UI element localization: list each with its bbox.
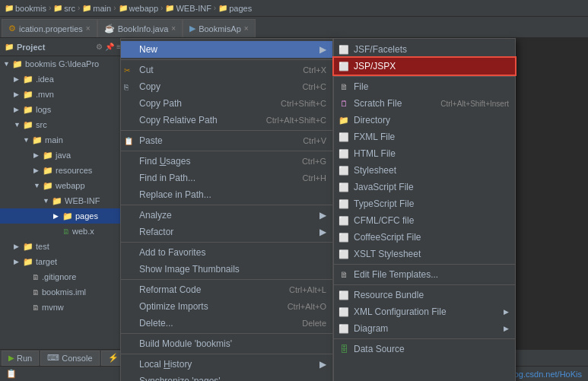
submenu-item-javascript[interactable]: ⬜ JavaScript File xyxy=(334,179,515,195)
gear-icon[interactable]: ⚙ xyxy=(96,43,103,51)
breadcrumb-main[interactable]: 📁 main xyxy=(82,4,111,13)
menu-item-find-in-path[interactable]: Find in Path... Ctrl+H xyxy=(121,170,332,186)
submenu-item-file[interactable]: 🗎 File xyxy=(334,78,515,95)
sidebar: 📁 Project ⚙ 📌 ≡ × ▼ 📁 bookmis G:\IdeaPro… xyxy=(0,38,133,349)
menu-item-optimize-imports[interactable]: Optimize Imports Ctrl+Alt+O xyxy=(121,298,332,315)
breadcrumb-pages[interactable]: 📁 pages xyxy=(218,4,252,13)
menu-item-copy[interactable]: ⎘ Copy Ctrl+C xyxy=(121,78,332,95)
tree-item-logs[interactable]: ▶ 📁 logs xyxy=(0,102,132,117)
menu-item-copy-relative-path[interactable]: Copy Relative Path Ctrl+Alt+Shift+C xyxy=(121,112,332,129)
submenu-item-jsf[interactable]: ⬜ JSF/Facelets xyxy=(334,41,515,58)
tree-item-resources[interactable]: ▶ 📁 resources xyxy=(0,163,132,178)
menu-item-build-module[interactable]: Build Module 'bookmis' xyxy=(121,335,332,352)
bottom-tab-console[interactable]: ⌨ Console xyxy=(40,351,99,366)
tree-item-bookmis[interactable]: ▼ 📁 bookmis G:\IdeaPro xyxy=(0,56,132,71)
submenu-item-typescript[interactable]: ⬜ TypeScript File xyxy=(334,195,515,212)
tree-item-target[interactable]: ▶ 📁 target xyxy=(0,254,132,269)
submenu-item-stylesheet[interactable]: ⬜ Stylesheet xyxy=(334,162,515,179)
menu-item-local-history[interactable]: Local History ▶ xyxy=(121,356,332,373)
submenu-item-jsp[interactable]: ⬜ JSP/JSPX xyxy=(334,58,515,75)
close-icon[interactable]: × xyxy=(86,24,91,33)
context-menu-overlay: New ▶ ✂ Cut Ctrl+X ⎘ Copy Ctrl+C Copy Pa… xyxy=(120,38,516,381)
breadcrumb-src[interactable]: 📁 src xyxy=(53,4,75,13)
xslt-icon: ⬜ xyxy=(337,247,351,261)
menu-item-analyze[interactable]: Analyze ▶ xyxy=(121,207,332,224)
folder-icon: 📁 xyxy=(23,242,33,252)
tree-item-webapp[interactable]: ▼ 📁 webapp xyxy=(0,178,132,193)
folder-icon: 📁 xyxy=(32,135,43,145)
menu-item-reformat[interactable]: Reformat Code Ctrl+Alt+L xyxy=(121,281,332,298)
tree-item-mvn[interactable]: ▶ 📁 .mvn xyxy=(0,87,132,102)
sidebar-header: 📁 Project ⚙ 📌 ≡ × xyxy=(0,38,132,56)
js-icon: ⬜ xyxy=(337,180,351,194)
folder-icon: 📁 xyxy=(62,211,73,221)
folder-icon: 📁 xyxy=(218,4,227,12)
menu-item-copy-path[interactable]: Copy Path Ctrl+Shift+C xyxy=(121,95,332,112)
menu-item-refactor[interactable]: Refactor ▶ xyxy=(121,224,332,240)
submenu-separator xyxy=(334,264,515,265)
tree-item-iml[interactable]: 🗎 bookmis.iml xyxy=(0,284,132,300)
submenu-separator xyxy=(334,284,515,285)
tree-item-test[interactable]: ▶ 📁 test xyxy=(0,239,132,254)
file-icon: 🗎 xyxy=(32,303,40,312)
menu-item-find-usages[interactable]: Find Usages Ctrl+G xyxy=(121,153,332,170)
submenu-item-coffeescript[interactable]: ⬜ CoffeeScript File xyxy=(334,229,515,246)
context-menu: New ▶ ✂ Cut Ctrl+X ⎘ Copy Ctrl+C Copy Pa… xyxy=(120,38,333,381)
menu-item-replace-in-path[interactable]: Replace in Path... xyxy=(121,186,332,203)
tree-item-java[interactable]: ▶ 📁 java xyxy=(0,148,132,163)
submenu-item-xslt[interactable]: ⬜ XSLT Stylesheet xyxy=(334,246,515,262)
file-icon: 🗎 xyxy=(32,273,40,281)
submenu-item-fxml[interactable]: ⬜ FXML File xyxy=(334,129,515,145)
tree-item-src[interactable]: ▼ 📁 src xyxy=(0,117,132,132)
folder-blue-icon: 📁 xyxy=(43,181,53,191)
tab-bookinfo[interactable]: ☕ BookInfo.java × xyxy=(97,19,183,37)
menu-separator xyxy=(121,242,332,243)
menu-item-paste[interactable]: 📋 Paste Ctrl+V xyxy=(121,132,332,149)
menu-item-synchronize[interactable]: Synchronize 'pages' xyxy=(121,373,332,381)
coffee-icon: ⬜ xyxy=(337,230,351,244)
submenu-item-scratch-file[interactable]: 🗒 Scratch File Ctrl+Alt+Shift+Insert xyxy=(334,95,515,112)
xml-icon: ⬜ xyxy=(337,305,351,319)
bottom-tab-run[interactable]: ▶ Run xyxy=(2,351,39,366)
project-icon: 📁 xyxy=(5,43,14,51)
submenu-item-html[interactable]: ⬜ HTML File xyxy=(334,145,515,162)
diagram-icon: ⬜ xyxy=(337,322,351,335)
file-icon: 🗎 xyxy=(32,288,40,297)
submenu-item-diagram[interactable]: ⬜ Diagram ▶ xyxy=(334,320,515,337)
tree-item-webx[interactable]: 🗎 web.x xyxy=(0,224,132,239)
close-icon[interactable]: × xyxy=(244,24,249,33)
copy-icon: ⎘ xyxy=(124,83,129,91)
tree-item-idea[interactable]: ▶ 📁 .idea xyxy=(0,71,132,87)
submenu-separator xyxy=(334,76,515,77)
menu-item-delete[interactable]: Delete... Delete xyxy=(121,315,332,332)
tree-item-webinf[interactable]: ▼ 📁 WEB-INF xyxy=(0,193,132,208)
run-icon: ▶ xyxy=(8,354,14,362)
tree-item-gitignore[interactable]: 🗎 .gitignore xyxy=(0,269,132,284)
tree-item-mvnw[interactable]: 🗎 mvnw xyxy=(0,300,132,315)
menu-item-cut[interactable]: ✂ Cut Ctrl+X xyxy=(121,62,332,78)
tree-item-pages[interactable]: ▶ 📁 pages xyxy=(0,208,132,224)
menu-item-show-thumbnails[interactable]: Show Image Thumbnails xyxy=(121,261,332,278)
folder-icon: 📁 xyxy=(23,257,33,267)
tab-properties[interactable]: ⚙ ication.properties × xyxy=(2,19,97,37)
breadcrumb-webinf[interactable]: 📁 WEB-INF xyxy=(165,4,211,13)
submenu-item-xml-config[interactable]: ⬜ XML Configuration File ▶ xyxy=(334,303,515,320)
tab-bookmisapp[interactable]: ▶ BookmisAp × xyxy=(183,19,255,37)
submenu-item-directory[interactable]: 📁 Directory xyxy=(334,112,515,129)
folder-icon: 📁 xyxy=(23,120,33,130)
tree-item-main[interactable]: ▼ 📁 main xyxy=(0,132,132,148)
properties-icon: ⚙ xyxy=(8,24,16,33)
submenu-item-edit-templates[interactable]: 🗎 Edit File Templates... xyxy=(334,266,515,283)
menu-item-add-favorites[interactable]: Add to Favorites xyxy=(121,244,332,261)
pin-icon[interactable]: 📌 xyxy=(105,43,114,51)
breadcrumb-bookmis[interactable]: 📁 bookmis xyxy=(5,4,46,13)
submenu-item-cfml[interactable]: ⬜ CFML/CFC file xyxy=(334,212,515,229)
menu-item-new[interactable]: New ▶ xyxy=(121,41,332,58)
submenu-item-resource-bundle[interactable]: ⬜ Resource Bundle xyxy=(334,287,515,303)
submenu-item-data-source[interactable]: 🗄 Data Source xyxy=(334,341,515,357)
cf-icon: ⬜ xyxy=(337,214,351,227)
menu-separator xyxy=(121,151,332,151)
breadcrumb-webapp[interactable]: 📁 webapp xyxy=(119,4,159,13)
folder-icon: 📁 xyxy=(23,105,33,115)
close-icon[interactable]: × xyxy=(171,24,176,33)
